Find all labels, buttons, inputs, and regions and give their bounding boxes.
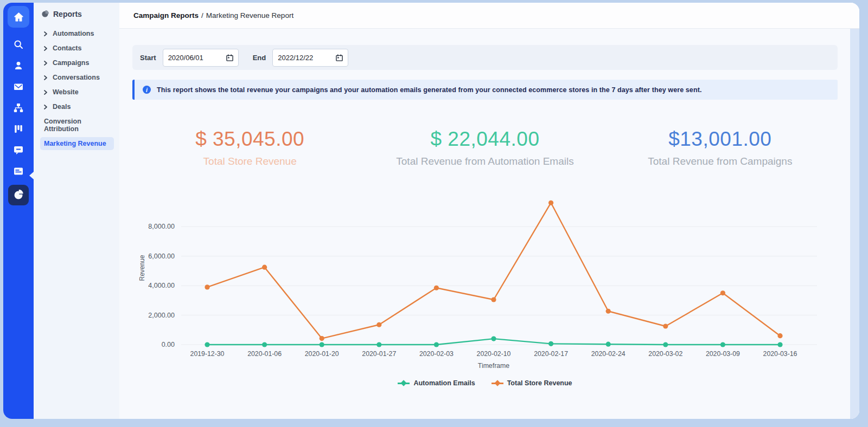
data-point [205,284,209,289]
data-point [376,342,381,347]
sidebar-item-label: Marketing Revenue [44,140,106,147]
contacts-icon [13,60,24,71]
y-tick-label: 2,000.00 [148,312,175,319]
sidebar-item-label: Conversations [53,74,100,81]
card-icon [13,166,24,177]
start-date-label: Start [140,54,156,62]
x-tick-label: 2020-01-06 [247,350,282,358]
end-date-label: End [253,54,266,62]
data-point [777,333,782,338]
breadcrumb-section[interactable]: Campaign Reports [133,11,199,20]
revenue-chart: 0.002,000.004,000.006,000.008,000.00Reve… [132,183,838,377]
x-tick-label: 2020-01-20 [305,350,339,358]
rail-conversations-button[interactable] [8,142,29,158]
sidebar-item-conversations[interactable]: Conversations [40,71,114,84]
calendar-icon[interactable] [336,54,343,61]
chevron-right-icon [43,75,48,80]
sidebar-item-contacts[interactable]: Contacts [40,42,114,55]
chevron-right-icon [43,61,48,66]
calendar-icon[interactable] [226,54,233,61]
sidebar-item-campaigns[interactable]: Campaigns [40,56,114,69]
rail-search-button[interactable] [8,36,29,53]
y-axis-label: Revenue [138,255,146,281]
rail-campaigns-button[interactable] [8,79,29,95]
start-date-value: 2020/06/01 [168,54,203,62]
rail-reports-button[interactable] [8,185,29,205]
vertical-scrollbar[interactable] [850,29,859,419]
sidebar-item-website[interactable]: Website [40,86,114,99]
email-icon [13,81,24,92]
data-point [548,341,553,346]
y-tick-label: 6,000.00 [148,253,175,260]
rail-home-button[interactable] [8,6,29,28]
breadcrumb-page: Marketing Revenue Report [206,11,293,20]
x-tick-label: 2019-12-30 [190,350,225,358]
chevron-right-icon [43,46,48,51]
data-point [663,342,668,347]
chevron-right-icon [43,105,48,109]
info-icon: i [143,86,151,94]
data-point [606,342,611,347]
sidebar-header: Reports [40,10,114,18]
data-point [434,286,439,290]
y-tick-label: 0.00 [162,341,175,348]
data-point [663,324,668,328]
sidebar-item-conversion-attribution[interactable]: Conversion Attribution [40,115,114,135]
y-tick-label: 8,000.00 [148,223,175,230]
stat-card: $ 35,045.00Total Store Revenue [132,128,367,167]
rail-automations-button[interactable] [8,100,29,116]
chevron-right-icon [43,90,48,95]
chart-legend: Automation EmailsTotal Store Revenue [132,379,838,387]
legend-item-automation-emails[interactable]: Automation Emails [398,379,475,387]
sidebar-item-label: Conversion Attribution [44,118,111,133]
x-tick-label: 2020-03-16 [763,350,797,358]
sidebar-item-automations[interactable]: Automations [40,27,114,40]
stat-label: Total Revenue from Automation Emails [367,156,602,167]
sidebar-item-list: AutomationsContactsCampaignsConversation… [40,27,114,150]
data-point [320,336,324,341]
active-section-notch [29,172,34,179]
pie-chart-icon [41,10,49,18]
series-line [207,203,780,338]
stat-value: $ 35,045.00 [132,128,367,151]
stat-label: Total Revenue from Campaigns [603,156,838,167]
reports-sidebar: Reports AutomationsContactsCampaignsConv… [34,3,119,419]
sidebar-item-label: Campaigns [53,59,89,67]
x-tick-label: 2020-02-24 [591,350,626,358]
sidebar-item-label: Contacts [53,44,81,52]
sidebar-item-marketing-revenue[interactable]: Marketing Revenue [40,137,114,150]
date-filter-bar: Start 2020/06/01 End 2022/12/22 [132,45,838,70]
breadcrumb-separator: / [201,11,203,20]
sidebar-title: Reports [53,10,82,18]
stat-card: $13,001.00Total Revenue from Campaigns [603,128,838,167]
data-point [720,342,725,347]
stat-card: $ 22,044.00Total Revenue from Automation… [367,128,602,167]
start-date-input[interactable]: 2020/06/01 [163,49,239,67]
legend-marker-icon [398,380,410,386]
end-date-input[interactable]: 2022/12/22 [272,49,348,67]
search-icon [13,39,24,50]
info-banner: i This report shows the total revenue yo… [132,80,838,100]
main-panel: Campaign Reports / Marketing Revenue Rep… [119,3,859,419]
data-point [720,290,725,295]
stats-row: $ 35,045.00Total Store Revenue$ 22,044.0… [132,128,838,167]
line-chart-canvas: 0.002,000.004,000.006,000.008,000.00Reve… [132,183,838,375]
data-point [606,309,611,314]
end-date-value: 2022/12/22 [278,54,313,62]
sidebar-item-label: Deals [53,103,71,111]
chevron-right-icon [43,31,48,36]
x-tick-label: 2020-02-17 [534,350,568,358]
sidebar-item-deals[interactable]: Deals [40,100,114,113]
legend-item-total-store-revenue[interactable]: Total Store Revenue [492,379,572,387]
legend-label: Automation Emails [413,379,475,387]
rail-contacts-button[interactable] [8,57,29,74]
x-tick-label: 2020-02-03 [419,350,454,358]
kanban-icon [13,124,24,134]
reports-pie-icon [13,190,24,200]
data-point [491,297,496,302]
home-icon [13,11,24,23]
x-tick-label: 2020-01-27 [362,350,396,358]
rail-deals-button[interactable] [8,121,29,137]
rail-forms-button[interactable] [8,163,29,179]
data-point [376,322,381,327]
